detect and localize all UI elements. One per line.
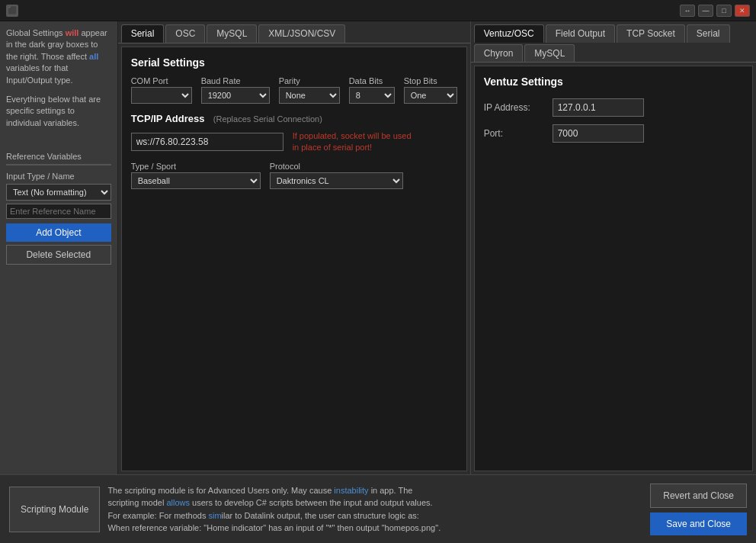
desc-line1: The scripting module is for Advanced Use… xyxy=(107,486,334,495)
ip-address-field: IP Address: xyxy=(484,98,743,117)
com-port-group: COM Port xyxy=(131,76,192,104)
desc-line4: When reference variable: "Home indicator… xyxy=(107,523,440,532)
tcp-subtitle: (Replaces Serial Connection) xyxy=(213,114,322,124)
baud-rate-select[interactable]: 19200 xyxy=(201,87,270,104)
tcp-row: If populated, socket will be usedin plac… xyxy=(131,130,457,154)
save-close-button[interactable]: Save and Close xyxy=(650,512,747,535)
tab-right-mysql[interactable]: MySQL xyxy=(524,44,575,62)
tab-mysql[interactable]: MySQL xyxy=(207,24,257,43)
add-object-button[interactable]: Add Object xyxy=(6,223,111,242)
titlebar: ⬛ ↔ — □ ✕ xyxy=(0,0,756,21)
com-port-select[interactable] xyxy=(131,87,192,104)
data-bits-label: Data Bits xyxy=(349,76,395,85)
data-bits-group: Data Bits 8 xyxy=(349,76,395,104)
sport-protocol-row: Type / Sport Baseball Protocol Daktronic… xyxy=(131,162,457,189)
serial-fields-row: COM Port Baud Rate 19200 Parity None xyxy=(131,76,457,104)
close-button[interactable]: ✕ xyxy=(735,5,750,17)
desc-allows: allows xyxy=(166,498,190,507)
stop-bits-group: Stop Bits One xyxy=(404,76,457,104)
scripting-module-button[interactable]: Scripting Module xyxy=(9,487,100,532)
tab-chyron[interactable]: Chyron xyxy=(474,44,524,62)
center-tab-bar: Serial OSC MySQL XML/JSON/CSV xyxy=(118,21,470,43)
tab-osc[interactable]: OSC xyxy=(165,24,205,43)
com-port-label: COM Port xyxy=(131,76,192,85)
bottom-buttons: Revert and Close Save and Close xyxy=(650,484,747,535)
desc-line1b: in app. The xyxy=(369,486,413,495)
tab-tcp-socket[interactable]: TCP Socket xyxy=(617,24,685,43)
tab-serial[interactable]: Serial xyxy=(121,24,165,43)
global-settings-text: Global Settings will appear in the dark … xyxy=(6,27,111,86)
desc-line2b: users to develop C# scripts between the … xyxy=(190,498,433,507)
port-label: Port: xyxy=(484,128,545,139)
right-panel: Ventuz/OSC Field Output TCP Socket Seria… xyxy=(470,21,756,474)
app-icon: ⬛ xyxy=(6,5,18,17)
port-field: Port: xyxy=(484,124,743,143)
bottom-description: The scripting module is for Advanced Use… xyxy=(107,484,642,535)
revert-close-button[interactable]: Revert and Close xyxy=(650,484,747,508)
minimize-button[interactable]: — xyxy=(698,5,713,17)
ref-name-input[interactable] xyxy=(6,204,111,219)
sport-select[interactable]: Baseball xyxy=(131,172,261,189)
tab-ventuz-osc[interactable]: Ventuz/OSC xyxy=(474,24,544,43)
sidebar: Global Settings will appear in the dark … xyxy=(0,21,118,474)
desc-instability: instability xyxy=(334,486,368,495)
parity-select[interactable]: None xyxy=(279,87,340,104)
serial-settings-title: Serial Settings xyxy=(131,56,457,69)
desc-line3b: ilar to Datalink output, the user can st… xyxy=(222,511,419,520)
center-panel: Serial OSC MySQL XML/JSON/CSV Serial Set… xyxy=(118,21,470,474)
desc-line3: For example: For methods xyxy=(107,511,208,520)
port-input[interactable] xyxy=(553,124,644,143)
resize-icon[interactable]: ↔ xyxy=(680,5,695,17)
sport-group: Type / Sport Baseball xyxy=(131,162,261,189)
tab-xml-json-csv[interactable]: XML/JSON/CSV xyxy=(258,24,345,43)
ip-address-label: IP Address: xyxy=(484,102,545,113)
data-bits-select[interactable]: 8 xyxy=(349,87,395,104)
tcp-address-input[interactable] xyxy=(131,133,284,151)
global-text-all: all xyxy=(89,52,98,61)
baud-rate-group: Baud Rate 19200 xyxy=(201,76,270,104)
global-text-bold: will xyxy=(66,28,79,37)
parity-group: Parity None xyxy=(279,76,340,104)
serial-panel: Serial Settings COM Port Baud Rate 19200 xyxy=(121,47,467,471)
bottom-bar: Scripting Module The scripting module is… xyxy=(0,474,756,543)
ventuz-panel-content: Ventuz Settings IP Address: Port: xyxy=(474,66,753,471)
parity-label: Parity xyxy=(279,76,340,85)
ref-variables-box xyxy=(6,164,111,165)
input-type-select[interactable]: Text (No formatting) xyxy=(6,184,111,201)
tcp-title: TCP/IP Address xyxy=(131,113,205,124)
stop-bits-select[interactable]: One xyxy=(404,87,457,104)
titlebar-controls[interactable]: ↔ — □ ✕ xyxy=(680,5,750,17)
delete-selected-button[interactable]: Delete Selected xyxy=(6,245,111,265)
baud-rate-label: Baud Rate xyxy=(201,76,270,85)
global-text-before-bold: Global Settings xyxy=(6,28,66,37)
stop-bits-label: Stop Bits xyxy=(404,76,457,85)
ip-address-input[interactable] xyxy=(553,98,644,117)
below-text: Everything below that are specific setti… xyxy=(6,94,111,129)
input-type-label: Input Type / Name xyxy=(6,172,111,181)
ref-variables-label: Reference Variables xyxy=(6,152,111,161)
tab-field-output[interactable]: Field Output xyxy=(546,24,615,43)
main-container: Global Settings will appear in the dark … xyxy=(0,21,756,474)
titlebar-left: ⬛ xyxy=(6,5,18,17)
protocol-group: Protocol Daktronics CL xyxy=(270,162,403,189)
ventuz-settings-title: Ventuz Settings xyxy=(484,76,743,88)
desc-similar: sim xyxy=(208,511,221,520)
tab-right-serial[interactable]: Serial xyxy=(687,24,730,43)
protocol-label: Protocol xyxy=(270,162,403,171)
right-tab-bar: Ventuz/OSC Field Output TCP Socket Seria… xyxy=(471,21,756,63)
sport-label: Type / Sport xyxy=(131,162,261,171)
tcp-header: TCP/IP Address (Replaces Serial Connecti… xyxy=(131,113,457,124)
global-text-end: variables for that Input/Output type. xyxy=(6,63,72,84)
ref-variables-section: Reference Variables xyxy=(6,152,111,172)
protocol-select[interactable]: Daktronics CL xyxy=(270,172,403,189)
maximize-button[interactable]: □ xyxy=(716,5,732,17)
tcp-notice: If populated, socket will be usedin plac… xyxy=(293,130,412,154)
desc-line2: scripting model xyxy=(107,498,166,507)
